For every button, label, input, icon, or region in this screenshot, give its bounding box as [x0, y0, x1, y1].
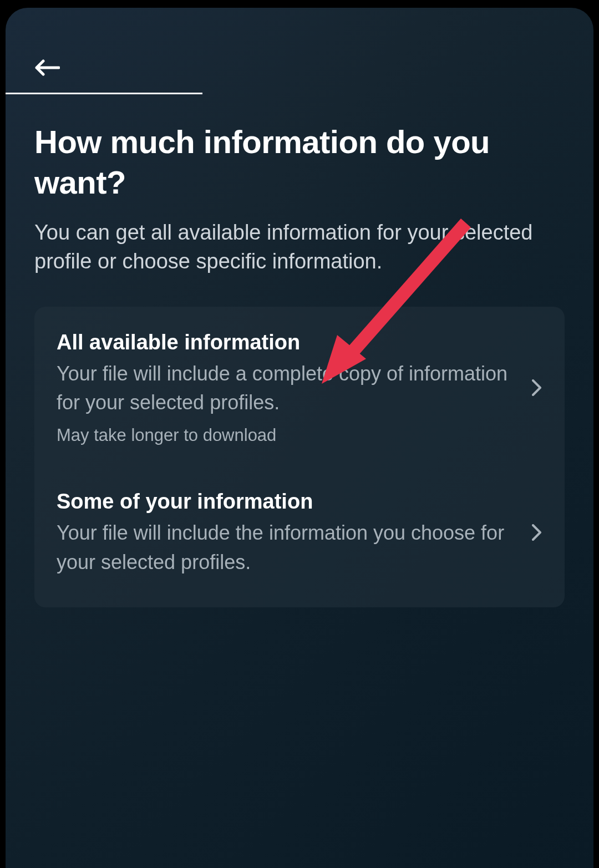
header	[6, 8, 593, 94]
option-all-information[interactable]: All available information Your file will…	[57, 326, 549, 449]
chevron-right-icon	[529, 380, 545, 395]
chevron-right-icon	[529, 525, 545, 540]
page-subtitle: You can get all available information fo…	[34, 218, 565, 276]
option-title: Some of your information	[57, 488, 518, 515]
option-some-information[interactable]: Some of your information Your file will …	[57, 485, 549, 580]
option-text-block: All available information Your file will…	[57, 329, 529, 446]
back-button[interactable]	[33, 58, 60, 78]
option-description: Your file will include the information y…	[57, 519, 518, 576]
option-description: Your file will include a complete copy o…	[57, 359, 518, 417]
page-title: How much information do you want?	[34, 122, 565, 202]
option-note: May take longer to download	[57, 424, 518, 446]
option-title: All available information	[57, 329, 518, 356]
modal-container: How much information do you want? You ca…	[6, 8, 593, 868]
progress-indicator	[6, 93, 202, 94]
content-area: How much information do you want? You ca…	[6, 94, 593, 607]
options-list: All available information Your file will…	[34, 307, 565, 607]
option-text-block: Some of your information Your file will …	[57, 488, 529, 577]
arrow-left-icon	[33, 58, 60, 78]
